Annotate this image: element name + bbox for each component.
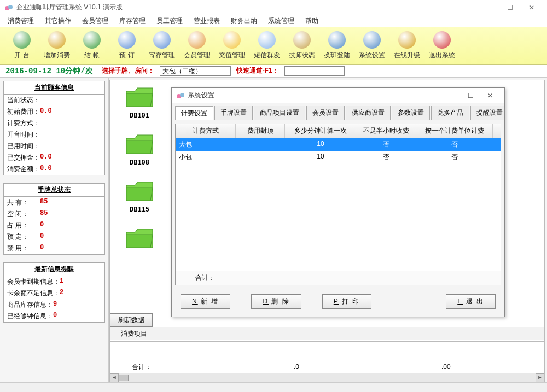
tab-提醒设置[interactable]: 提醒设置 bbox=[470, 106, 504, 120]
tool-icon bbox=[188, 31, 206, 49]
status-bar bbox=[0, 382, 547, 392]
menu-系统管理[interactable]: 系统管理 bbox=[263, 15, 300, 27]
info-row: 初始费用：0.0 bbox=[4, 106, 104, 118]
main-toolbar: 开 台增加消费结 帐预 订寄存管理会员管理充值管理短信群发技师状态换班登陆系统设… bbox=[0, 27, 547, 65]
tool-开 台[interactable]: 开 台 bbox=[4, 30, 39, 62]
close-button[interactable]: ✕ bbox=[521, 1, 543, 15]
cell bbox=[236, 138, 285, 151]
scroll-left-icon[interactable]: ◄ bbox=[110, 373, 119, 382]
column-header[interactable]: 计费方式 bbox=[176, 124, 236, 138]
dialog-maximize-button[interactable]: ☐ bbox=[461, 92, 480, 100]
horizontal-scrollbar[interactable]: ◄ ► bbox=[110, 373, 544, 382]
menu-库存管理[interactable]: 库存管理 bbox=[114, 15, 151, 27]
tool-在线升级[interactable]: 在线升级 bbox=[389, 30, 424, 62]
menu-员工管理[interactable]: 员工管理 bbox=[151, 15, 188, 27]
column-header[interactable]: 按一个计费单位计费 bbox=[416, 124, 493, 138]
cell: 否 bbox=[356, 138, 416, 151]
column-header[interactable]: 费用封顶 bbox=[236, 124, 285, 138]
tab-计费设置[interactable]: 计费设置 bbox=[175, 106, 213, 120]
column-header[interactable]: 多少分钟计算一次 bbox=[285, 124, 356, 138]
folder-label: DB108 bbox=[130, 159, 149, 167]
info-key: 卡余额不足信息： bbox=[7, 289, 60, 298]
info-value: 85 bbox=[40, 198, 48, 207]
folder-item[interactable] bbox=[120, 228, 159, 250]
tool-增加消费[interactable]: 增加消费 bbox=[39, 30, 74, 62]
tab-供应商设置[interactable]: 供应商设置 bbox=[346, 106, 391, 120]
info-row: 当前状态： bbox=[4, 95, 104, 106]
maximize-button[interactable]: ☐ bbox=[499, 1, 521, 15]
tool-充值管理[interactable]: 充值管理 bbox=[214, 30, 249, 62]
sum-v1: .0 bbox=[294, 363, 299, 371]
tool-寄存管理[interactable]: 寄存管理 bbox=[144, 30, 179, 62]
tool-label: 结 帐 bbox=[84, 51, 99, 60]
dialog-close-button[interactable]: ✕ bbox=[480, 92, 500, 100]
minimize-button[interactable]: — bbox=[477, 1, 499, 15]
tool-会员管理[interactable]: 会员管理 bbox=[179, 30, 214, 62]
info-value: 0 bbox=[40, 232, 44, 242]
info-row: 计费方式： bbox=[4, 118, 104, 129]
column-header[interactable]: 不足半小时收费 bbox=[356, 124, 416, 138]
modal-btn-P[interactable]: P 打 印 bbox=[322, 294, 371, 309]
menu-其它操作[interactable]: 其它操作 bbox=[39, 15, 77, 27]
tool-退出系统[interactable]: 退出系统 bbox=[424, 30, 459, 62]
tool-短信群发[interactable]: 短信群发 bbox=[249, 30, 284, 62]
svg-point-3 bbox=[180, 93, 184, 97]
room-select[interactable]: 大包（二楼） bbox=[160, 66, 231, 76]
filter-row: 2016-09-12 10分钟/次 选择手牌、房间： 大包（二楼） 快速通道-F… bbox=[0, 65, 547, 78]
menu-帮助[interactable]: 帮助 bbox=[300, 15, 324, 27]
main-title-bar: 企业通咖啡厅管理系统 V10.1 演示版 — ☐ ✕ bbox=[0, 0, 547, 15]
tool-label: 换班登陆 bbox=[324, 51, 350, 60]
folder-DB101[interactable]: DB101 bbox=[120, 87, 159, 120]
info-row: 共 有：85 bbox=[4, 197, 104, 208]
tool-系统设置[interactable]: 系统设置 bbox=[354, 30, 389, 62]
refresh-button[interactable]: 刷新数据 bbox=[110, 313, 153, 327]
folder-DB115[interactable]: DB115 bbox=[120, 181, 159, 214]
tool-icon bbox=[83, 31, 101, 49]
info-key: 会员卡到期信息： bbox=[7, 277, 60, 286]
tool-技师状态[interactable]: 技师状态 bbox=[284, 30, 319, 62]
table-row[interactable]: 小包10否否 bbox=[176, 151, 501, 163]
scroll-right-icon[interactable]: ► bbox=[536, 373, 544, 382]
tool-label: 充值管理 bbox=[219, 51, 245, 60]
tool-icon bbox=[153, 31, 171, 49]
menu-会员管理[interactable]: 会员管理 bbox=[77, 15, 114, 27]
tab-会员设置[interactable]: 会员设置 bbox=[306, 106, 345, 120]
alert-box: 最新信息提醒 会员卡到期信息：1卡余额不足信息：2商品库存信息：9已经够钟信息：… bbox=[3, 262, 105, 323]
system-settings-dialog: 系统设置 — ☐ ✕ 计费设置手牌设置商品项目设置会员设置供应商设置参数设置兑换… bbox=[171, 87, 505, 317]
quick-channel-input[interactable] bbox=[284, 66, 345, 76]
folder-icon bbox=[125, 134, 154, 156]
info-key: 占 用： bbox=[7, 221, 40, 230]
scroll-thumb[interactable] bbox=[119, 375, 129, 381]
tool-label: 短信群发 bbox=[254, 51, 280, 60]
info-row: 已用时间： bbox=[4, 141, 104, 152]
modal-btn-N[interactable]: N 新 增 bbox=[181, 294, 230, 309]
info-value: 9 bbox=[53, 300, 57, 309]
consume-header-strip: 消费项目 bbox=[110, 327, 544, 340]
info-value: 0 bbox=[40, 244, 44, 253]
tool-icon bbox=[48, 31, 66, 49]
table-row[interactable]: 大包10否否 bbox=[176, 138, 501, 151]
tool-预 订[interactable]: 预 订 bbox=[109, 30, 144, 62]
dialog-minimize-button[interactable]: — bbox=[441, 92, 461, 100]
info-value: 0.0 bbox=[40, 153, 52, 162]
tool-换班登陆[interactable]: 换班登陆 bbox=[319, 30, 354, 62]
tool-icon bbox=[13, 31, 31, 49]
tab-兑换产品[interactable]: 兑换产品 bbox=[431, 106, 469, 120]
modal-btn-D[interactable]: D 删 除 bbox=[251, 294, 301, 309]
quick-channel-label: 快速通道-F1： bbox=[236, 66, 279, 75]
info-key: 禁 用： bbox=[7, 244, 40, 253]
folder-DB108[interactable]: DB108 bbox=[120, 134, 159, 167]
tool-结 帐[interactable]: 结 帐 bbox=[74, 30, 109, 62]
billing-grid: 计费方式费用封顶多少分钟计算一次不足半小时收费按一个计费单位计费 大包10否否小… bbox=[175, 124, 501, 285]
info-value: 2 bbox=[60, 289, 63, 298]
menu-消费管理[interactable]: 消费管理 bbox=[2, 15, 39, 27]
menu-财务出纳[interactable]: 财务出纳 bbox=[225, 15, 263, 27]
tab-商品项目设置[interactable]: 商品项目设置 bbox=[254, 106, 305, 120]
tab-参数设置[interactable]: 参数设置 bbox=[392, 106, 430, 120]
tab-手牌设置[interactable]: 手牌设置 bbox=[214, 106, 253, 120]
grid-sum-label: 合计： bbox=[176, 271, 501, 285]
tool-icon bbox=[328, 31, 346, 49]
cell: 否 bbox=[416, 138, 493, 151]
menu-营业报表[interactable]: 营业报表 bbox=[188, 15, 225, 27]
modal-btn-E[interactable]: E 退 出 bbox=[446, 294, 496, 309]
